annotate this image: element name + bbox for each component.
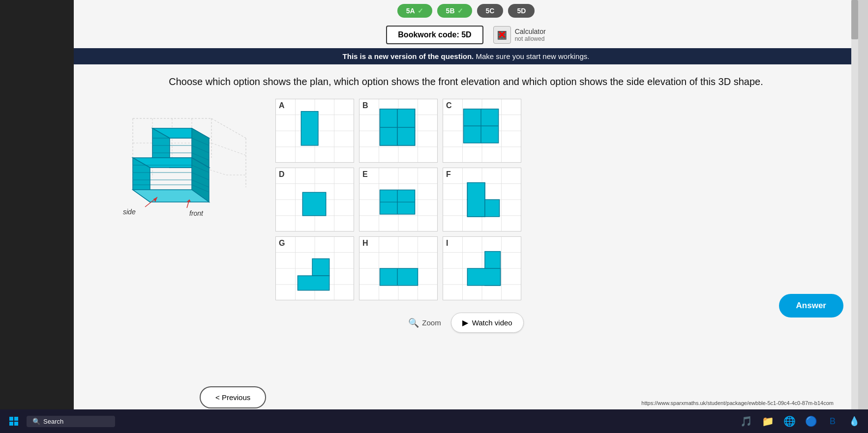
option-g-shape: [276, 237, 354, 300]
question-body: side front A: [74, 94, 858, 305]
check-5a: ✓: [418, 7, 423, 15]
scrollbar-thumb[interactable]: [851, 0, 858, 39]
option-a[interactable]: A: [275, 99, 354, 163]
zoom-icon: 🔍: [408, 318, 419, 328]
calculator-status: Calculator not allowed: [515, 28, 546, 42]
svg-text:front: front: [189, 209, 204, 217]
svg-rect-117: [9, 417, 13, 421]
start-button[interactable]: [5, 412, 23, 430]
option-c[interactable]: C: [443, 99, 521, 163]
watch-video-button[interactable]: ▶ Watch video: [451, 313, 524, 333]
option-h[interactable]: H: [359, 236, 438, 300]
taskbar: 🔍 Search 🎵 📁 🌐 🔵 B 💧: [0, 409, 868, 433]
options-grid: A B: [275, 99, 521, 300]
option-a-label: A: [279, 101, 285, 110]
option-h-label: H: [362, 239, 368, 248]
option-e-label: E: [362, 170, 368, 179]
svg-rect-120: [14, 422, 18, 426]
svg-rect-118: [14, 417, 18, 421]
bookwork-code: Bookwork code: 5D: [386, 26, 483, 44]
zoom-button[interactable]: 🔍 Zoom: [408, 318, 441, 328]
banner-bold: This is a new version of the question.: [343, 52, 474, 60]
option-g[interactable]: G: [275, 236, 354, 300]
tab-5b-label: 5B: [446, 7, 455, 15]
windows-icon: [9, 416, 19, 426]
option-f-shape: [443, 168, 521, 231]
option-c-shape: [443, 99, 521, 162]
svg-rect-73: [302, 192, 326, 215]
tab-5a-label: 5A: [406, 7, 415, 15]
taskbar-icon-5[interactable]: B: [824, 412, 841, 430]
svg-rect-92: [485, 200, 500, 217]
tab-5c[interactable]: 5C: [477, 4, 504, 18]
taskbar-icon-2[interactable]: 📁: [759, 412, 777, 430]
zoom-label: Zoom: [422, 318, 441, 327]
bottom-controls: 🔍 Zoom ▶ Watch video: [74, 305, 858, 340]
svg-text:side: side: [123, 208, 136, 216]
option-a-shape: [276, 99, 354, 162]
taskbar-icon-1[interactable]: 🎵: [737, 412, 755, 430]
taskbar-icon-6[interactable]: 💧: [845, 412, 863, 430]
option-h-shape: [359, 237, 437, 300]
taskbar-search[interactable]: 🔍 Search: [27, 416, 115, 427]
option-i-shape: [443, 237, 521, 300]
svg-rect-47: [301, 112, 318, 145]
option-b-shape: [359, 99, 437, 162]
option-i[interactable]: I: [443, 236, 521, 300]
option-f[interactable]: F: [443, 168, 521, 231]
banner-normal: Make sure you start new workings.: [476, 52, 589, 60]
bookwork-row: Bookwork code: 5D ▦ ✕ Calculator not all…: [74, 22, 858, 48]
search-icon: 🔍: [32, 418, 40, 425]
3d-shape-svg: side front: [93, 99, 251, 246]
tab-5a[interactable]: 5A ✓: [397, 4, 432, 18]
check-5b: ✓: [457, 7, 463, 15]
svg-line-10: [211, 143, 246, 155]
answer-button[interactable]: Answer: [779, 294, 843, 318]
question-text: Choose which option shows the plan, whic…: [74, 64, 858, 94]
svg-rect-100: [298, 276, 329, 290]
option-e[interactable]: E: [359, 168, 438, 231]
scrollbar[interactable]: [851, 0, 858, 433]
tab-5c-label: 5C: [486, 7, 495, 15]
previous-button[interactable]: < Previous: [200, 386, 266, 408]
option-d[interactable]: D: [275, 168, 354, 231]
svg-rect-107: [380, 268, 418, 286]
watch-video-label: Watch video: [472, 318, 512, 327]
option-b[interactable]: B: [359, 99, 438, 163]
option-d-label: D: [279, 170, 285, 179]
option-d-shape: [276, 168, 354, 231]
left-sidebar: [0, 0, 74, 433]
svg-rect-99: [312, 259, 329, 276]
option-b-label: B: [362, 101, 368, 110]
url-bar: https://www.sparxmaths.uk/student/packag…: [641, 400, 834, 406]
svg-rect-91: [467, 183, 485, 217]
top-tabs: 5A ✓ 5B ✓ 5C 5D: [74, 0, 858, 22]
tab-5d[interactable]: 5D: [508, 4, 535, 18]
tab-5d-label: 5D: [517, 7, 526, 15]
option-e-shape: [359, 168, 437, 231]
search-label: Search: [43, 418, 63, 425]
video-icon: ▶: [462, 318, 468, 327]
tab-5b[interactable]: 5B ✓: [437, 4, 472, 18]
svg-line-1: [211, 118, 246, 138]
calculator-info: ▦ ✕ Calculator not allowed: [493, 26, 546, 44]
option-c-label: C: [446, 101, 452, 110]
calculator-icon: ▦ ✕: [493, 26, 511, 44]
svg-rect-119: [9, 422, 13, 426]
taskbar-icon-3[interactable]: 🌐: [780, 412, 798, 430]
new-version-banner: This is a new version of the question. M…: [74, 48, 858, 64]
option-f-label: F: [446, 170, 451, 179]
option-g-label: G: [279, 239, 285, 248]
svg-rect-116: [467, 268, 500, 286]
main-content: 5A ✓ 5B ✓ 5C 5D Bookwork code: 5D ▦ ✕ Ca…: [74, 0, 858, 433]
taskbar-icon-4[interactable]: 🔵: [802, 412, 820, 430]
option-i-label: I: [446, 239, 448, 248]
3d-shape-container: side front: [93, 99, 251, 246]
